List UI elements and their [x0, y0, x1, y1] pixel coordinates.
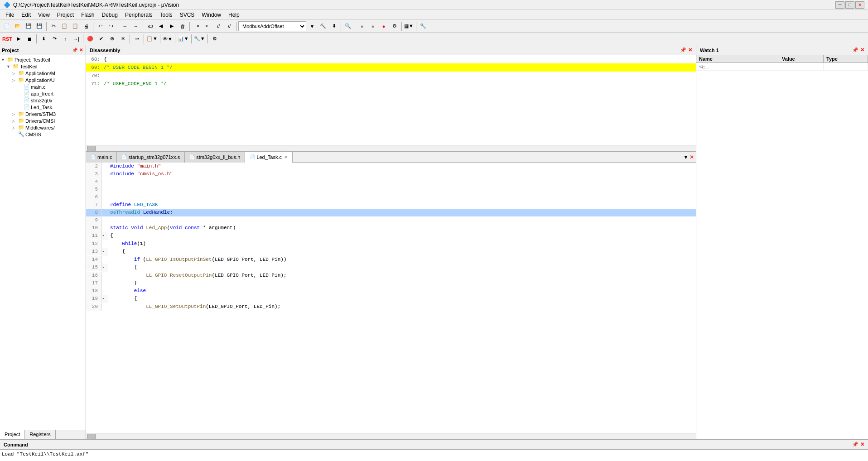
expand-icon[interactable]: ▷: [12, 71, 17, 76]
tab-registers[interactable]: Registers: [25, 430, 55, 439]
expand-icon[interactable]: ▼: [1, 58, 6, 62]
tree-item-appM[interactable]: ▷ 📁 Application/M: [1, 70, 85, 77]
editor-content[interactable]: 2 #include "main.h" 3 #include "cmsis_os…: [86, 163, 696, 433]
command-pin[interactable]: 📌: [852, 442, 858, 447]
show-next-stmt-button[interactable]: ⇒: [132, 34, 142, 44]
tree-item-freert[interactable]: 📄 app_freert: [1, 90, 85, 97]
print-button[interactable]: 🖨: [81, 21, 91, 31]
tab-mainc[interactable]: 📄 main.c: [86, 152, 117, 163]
editor-scrollbar-h[interactable]: [86, 433, 696, 439]
tree-item-ledtask[interactable]: 📄 Led_Task.: [1, 104, 85, 110]
menu-help[interactable]: Help: [225, 11, 243, 19]
nav-forward-button[interactable]: →: [131, 21, 141, 31]
command-close[interactable]: ✕: [860, 442, 864, 447]
close-button[interactable]: ✕: [855, 1, 864, 9]
tree-item-middlewares[interactable]: ▷ 📁 Middlewares/: [1, 124, 85, 131]
disassembly-code-area[interactable]: 68: { 69: /* USER CODE BEGIN 1 */ 70: 71…: [86, 55, 696, 145]
comment-button[interactable]: //: [213, 21, 223, 31]
call-stack-button[interactable]: 📊▼: [177, 34, 189, 44]
watch-panel-pin[interactable]: 📌: [852, 47, 858, 53]
expand-icon[interactable]: ▷: [12, 78, 17, 82]
tree-item-project[interactable]: ▼ 📁 Project: TestKeil: [1, 56, 85, 63]
step-over-button[interactable]: ↷: [49, 34, 59, 44]
tree-item-driversstm[interactable]: ▷ 📁 Drivers/STM3: [1, 110, 85, 117]
save-all-button[interactable]: 💾: [34, 21, 44, 31]
paste-button[interactable]: 📋: [70, 21, 80, 31]
view-combo-button[interactable]: ▦▼: [404, 21, 414, 31]
expand-icon[interactable]: ▷: [12, 125, 17, 130]
tree-item-stm32[interactable]: 📄 stm32g0x: [1, 97, 85, 104]
tree-item-driverscmsi[interactable]: ▷ 📁 Drivers/CMSI: [1, 117, 85, 124]
stop-button[interactable]: ●: [368, 21, 378, 31]
expand-icon[interactable]: ▷: [12, 119, 17, 123]
tabs-close-icon[interactable]: ✕: [690, 154, 694, 160]
system-viewer-button[interactable]: 🔧▼: [193, 34, 206, 44]
step-in-button[interactable]: ⬇: [39, 34, 48, 44]
watch-window-button[interactable]: 👁▼: [162, 34, 173, 44]
menu-project[interactable]: Project: [53, 11, 77, 19]
menu-debug[interactable]: Debug: [98, 11, 121, 19]
bookmark-button[interactable]: 🏷: [145, 21, 155, 31]
minimize-button[interactable]: ─: [835, 1, 844, 9]
fold-13[interactable]: ▪: [102, 250, 104, 254]
watch-panel-close[interactable]: ✕: [860, 47, 864, 53]
target-options-button[interactable]: ▼: [307, 21, 317, 31]
project-panel-pin[interactable]: 📌: [71, 48, 78, 53]
step-out-button[interactable]: ↑: [60, 34, 70, 44]
insert-bp-button[interactable]: 🔴: [85, 34, 95, 44]
maximize-button[interactable]: □: [845, 1, 854, 9]
menu-flash[interactable]: Flash: [77, 11, 98, 19]
disassembly-close[interactable]: ✕: [688, 47, 692, 53]
reset-debug-button[interactable]: RST: [2, 34, 13, 44]
tree-item-cmsis[interactable]: 🔧 CMSIS: [1, 131, 85, 138]
open-button[interactable]: 📂: [13, 21, 23, 31]
indent-button[interactable]: ⇥: [192, 21, 202, 31]
config-button[interactable]: 🔧: [418, 21, 428, 31]
clear-bookmark-button[interactable]: 🗑: [178, 21, 188, 31]
tab-ledtask-close[interactable]: ✕: [284, 155, 288, 159]
debug-settings-button[interactable]: ⚙: [210, 34, 220, 44]
new-file-button[interactable]: 📄: [2, 21, 12, 31]
uncomment-button[interactable]: //: [224, 21, 234, 31]
settings-button[interactable]: ⚙: [390, 21, 400, 31]
tab-startup[interactable]: 📄 startup_stm32g071xx.s: [117, 152, 185, 163]
run-button[interactable]: ●: [357, 21, 367, 31]
project-panel-close[interactable]: ✕: [78, 48, 84, 53]
build-button[interactable]: 🔨: [318, 21, 328, 31]
unindent-button[interactable]: ⇤: [203, 21, 212, 31]
expand-icon[interactable]: ▷: [12, 112, 17, 116]
fold-11[interactable]: ▪: [102, 234, 104, 238]
search-button[interactable]: 🔍: [343, 21, 353, 31]
tree-item-mainc[interactable]: 📄 main.c: [1, 83, 85, 90]
tab-ledtask[interactable]: 📄 Led_Task.c ✕: [245, 152, 293, 163]
next-bookmark-button[interactable]: ▶: [167, 21, 177, 31]
nav-back-button[interactable]: ←: [120, 21, 130, 31]
tree-item-testkeil[interactable]: ▼ 📁 TestKeil: [1, 63, 85, 70]
reset-button[interactable]: ●: [379, 21, 389, 31]
fold-19[interactable]: ▪: [102, 297, 104, 301]
run-debug-button[interactable]: ▶: [14, 34, 24, 44]
disassembly-scrollbar-h[interactable]: [86, 145, 696, 151]
disassembly-pin[interactable]: 📌: [680, 47, 686, 53]
tab-bus[interactable]: 📄 stm32g0xx_ll_bus.h: [185, 152, 245, 163]
save-button[interactable]: 💾: [24, 21, 34, 31]
undo-button[interactable]: ↩: [95, 21, 105, 31]
tab-project[interactable]: Project: [0, 430, 25, 439]
menu-edit[interactable]: Edit: [18, 11, 34, 19]
prev-bookmark-button[interactable]: ◀: [156, 21, 166, 31]
target-combo[interactable]: ModbusAddrOffset: [238, 21, 306, 31]
menu-peripherals[interactable]: Peripherals: [121, 11, 156, 19]
fold-15[interactable]: ▪: [102, 265, 104, 270]
enable-bp-button[interactable]: ✔: [96, 34, 106, 44]
menu-svcs[interactable]: SVCS: [176, 11, 198, 19]
copy-button[interactable]: 📋: [59, 21, 69, 31]
expand-icon[interactable]: ▼: [6, 64, 12, 69]
menu-tools[interactable]: Tools: [156, 11, 176, 19]
menu-file[interactable]: File: [2, 11, 18, 19]
menu-window[interactable]: Window: [198, 11, 225, 19]
tabs-dropdown-icon[interactable]: ▼: [683, 154, 689, 160]
tree-item-appU[interactable]: ▷ 📁 Application/U: [1, 77, 85, 83]
run-to-cursor-button[interactable]: →|: [71, 34, 81, 44]
kill-all-bp-button[interactable]: ✕: [118, 34, 128, 44]
menu-view[interactable]: View: [34, 11, 53, 19]
